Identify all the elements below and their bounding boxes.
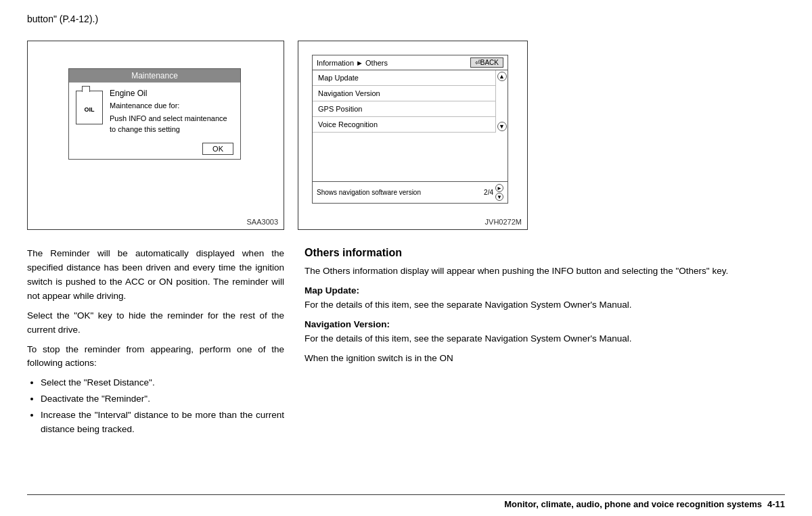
page-indicator: 2/4 — [484, 189, 493, 196]
maintenance-title: Maintenance — [69, 69, 240, 83]
text-columns: The Reminder will be automatically displ… — [27, 247, 785, 441]
maintenance-body: OIL Engine Oil Maintenance due for: Push… — [69, 83, 240, 140]
scroll-down-button[interactable]: ▼ — [497, 122, 507, 131]
top-text: button" (P.4-12).) — [27, 14, 98, 24]
nav-header: Information ► Others ⏎BACK — [313, 55, 508, 70]
figure1-label: SAA3003 — [247, 218, 278, 226]
map-update-para: Map Update: For the details of this item… — [304, 284, 785, 312]
bullet-list: Select the "Reset Distance". Deactivate … — [41, 376, 284, 437]
figure-maintenance: Maintenance OIL Engine Oil Maintenance d… — [27, 41, 284, 230]
page-footer: Monitor, climate, audio, phone and voice… — [27, 494, 785, 509]
nav-menu-item-voice[interactable]: Voice Recognition — [313, 117, 495, 133]
left-body-text: The Reminder will be automatically displ… — [27, 247, 284, 437]
right-body-text: The Others information display will appe… — [304, 264, 785, 366]
nav-footer: Shows navigation software version 2/4 ► … — [313, 181, 508, 203]
instruction-text: Push INFO and select maintenance to chan… — [110, 114, 233, 135]
nav-menu-items: Map Update Navigation Version GPS Positi… — [313, 70, 495, 133]
figure2-label: JVH0272M — [485, 218, 522, 226]
map-update-text: For the details of this item, see the se… — [304, 300, 632, 310]
bullet-2: Deactivate the "Reminder". — [41, 392, 284, 406]
figures-row: Maintenance OIL Engine Oil Maintenance d… — [27, 41, 785, 230]
oil-icon: OIL — [76, 91, 103, 124]
page-number: 4-11 — [767, 499, 785, 509]
footer-text: Monitor, climate, audio, phone and voice… — [504, 499, 762, 509]
maintenance-popup: Maintenance OIL Engine Oil Maintenance d… — [68, 68, 241, 160]
nav-menu-item-gps[interactable]: GPS Position — [313, 101, 495, 117]
footer-scroll-right[interactable]: ► — [495, 184, 503, 192]
map-update-label: Map Update: — [304, 285, 359, 296]
nav-scrollbar: ▲ ▼ — [495, 70, 508, 133]
bullet-3: Increase the "Interval" distance to be m… — [41, 408, 284, 437]
due-for-text: Maintenance due for: — [110, 101, 233, 111]
scroll-up-button[interactable]: ▲ — [497, 72, 507, 81]
text-col-left: The Reminder will be automatically displ… — [27, 247, 284, 441]
engine-oil-label: Engine Oil — [110, 88, 233, 99]
section-heading: Others information — [304, 247, 785, 259]
footer-scroll-down[interactable]: ▼ — [495, 193, 503, 201]
figure-nav: Information ► Others ⏎BACK Map Update Na… — [298, 41, 528, 230]
nav-menu-item-map-update[interactable]: Map Update — [313, 70, 495, 86]
reminder-para1: The Reminder will be automatically displ… — [27, 247, 284, 304]
text-col-right: Others information The Others informatio… — [304, 247, 785, 441]
nav-header-title: Information ► Others — [317, 59, 388, 67]
nav-footer-text: Shows navigation software version — [317, 189, 421, 196]
nav-content: Map Update Navigation Version GPS Positi… — [313, 70, 508, 133]
maintenance-text: Engine Oil Maintenance due for: Push INF… — [110, 88, 233, 135]
back-button[interactable]: ⏎BACK — [470, 57, 503, 68]
ok-button[interactable]: OK — [202, 143, 233, 155]
nav-version-para: Navigation Version: For the details of t… — [304, 318, 785, 346]
nav-screen: Information ► Others ⏎BACK Map Update Na… — [312, 55, 508, 204]
bullet-1: Select the "Reset Distance". — [41, 376, 284, 390]
when-text: When the ignition switch is in the ON — [304, 352, 785, 366]
others-para1: The Others information display will appe… — [304, 264, 785, 279]
nav-version-text: For the details of this item, see the se… — [304, 333, 632, 344]
ok-btn-row: OK — [69, 140, 240, 159]
nav-menu-item-nav-version[interactable]: Navigation Version — [313, 86, 495, 101]
nav-version-label: Navigation Version: — [304, 319, 390, 329]
reminder-para3: To stop the reminder from appearing, per… — [27, 343, 284, 371]
reminder-para2: Select the "OK" key to hide the reminder… — [27, 309, 284, 337]
